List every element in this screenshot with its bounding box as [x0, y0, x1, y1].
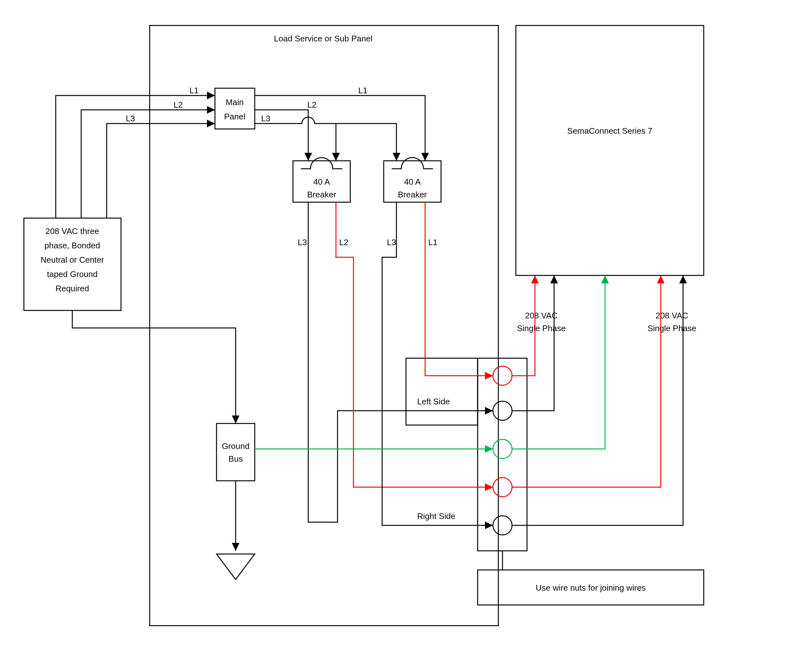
- source-line4: taped Ground: [47, 269, 97, 279]
- arrow-L1-out: [421, 153, 429, 161]
- label-brkB-L1: L1: [428, 237, 438, 247]
- label-L3-out: L3: [261, 114, 271, 123]
- phase-a-l1: 208 VAC: [525, 311, 558, 320]
- breaker-b-fuse: [392, 158, 433, 169]
- device-label: SemaConnect Series 7: [567, 126, 652, 135]
- wire-nuts-label: Use wire nuts for joining wires: [536, 583, 645, 593]
- source-line1: 208 VAC three: [45, 226, 99, 236]
- nut-5-black: [493, 516, 512, 535]
- source-line3: Neutral or Center: [40, 255, 104, 265]
- source-line5: Required: [55, 284, 89, 293]
- wire-L2-in: [81, 110, 215, 218]
- breaker-b-l2: Breaker: [398, 190, 427, 199]
- wire-brkA-L2: [336, 202, 493, 487]
- arrow-L2-out: [304, 153, 312, 161]
- arrow-L3-brkB: [393, 153, 400, 161]
- nut-1-red: [493, 366, 512, 385]
- wiring-diagram: Load Service or Sub Panel 208 VAC three …: [0, 0, 812, 668]
- label-brkA-L2: L2: [339, 237, 348, 247]
- source-line2: phase, Bonded: [45, 241, 100, 250]
- arrow-nut2-device: [550, 276, 558, 283]
- arrow-nut1-device: [531, 276, 539, 283]
- label-brkA-L3: L3: [298, 237, 307, 247]
- arrow-L3-in: [207, 120, 215, 127]
- wire-brkB-L3: [382, 202, 493, 525]
- wire-nut2-device: [512, 276, 554, 411]
- arrow-L1-in: [207, 92, 215, 99]
- phase-b-l2: Single Phase: [647, 324, 696, 333]
- arrow-source-ground: [232, 416, 239, 424]
- ground-symbol: [217, 554, 255, 579]
- wire-L1-in: [56, 95, 215, 218]
- arrow-brkB-L1: [485, 372, 493, 379]
- arrow-ground-device: [601, 276, 609, 283]
- left-side-box: [406, 358, 478, 425]
- device-box: [516, 25, 704, 276]
- main-panel-box: [215, 88, 255, 129]
- nut-3-green: [493, 439, 512, 459]
- breaker-a-l1: 40 A: [313, 177, 330, 187]
- wire-L1-out: [255, 95, 425, 161]
- label-brkB-L3: L3: [387, 237, 396, 247]
- breaker-b-l1: 40 A: [404, 177, 421, 187]
- label-L1-in: L1: [189, 86, 199, 95]
- arrow-ground-down: [232, 543, 239, 551]
- wire-L3-in: [107, 124, 215, 218]
- ground-bus-box: [217, 424, 255, 481]
- arrow-ground-in: [485, 445, 493, 453]
- wire-brkB-L1: [425, 202, 493, 376]
- breaker-a-l2: Breaker: [307, 190, 336, 199]
- wire-L3-brkB: [255, 117, 396, 161]
- arrow-nut4-device: [657, 276, 665, 283]
- main-panel-l2: Panel: [224, 112, 246, 121]
- panel-box: [150, 25, 498, 626]
- arrow-L3-brkA: [332, 153, 340, 161]
- ground-bus-l2: Bus: [229, 454, 243, 464]
- right-side-label: Right Side: [417, 511, 455, 521]
- label-L2-in: L2: [174, 100, 183, 110]
- arrow-brkA-L3: [485, 407, 493, 414]
- arrow-brkB-L3: [485, 521, 493, 529]
- main-panel-l1: Main: [226, 97, 244, 107]
- wire-nut4-device: [512, 276, 661, 487]
- ground-bus-l1: Ground: [222, 441, 250, 451]
- panel-title: Load Service or Sub Panel: [274, 34, 372, 43]
- phase-a-l2: Single Phase: [517, 324, 566, 333]
- arrow-brkA-L2: [485, 483, 493, 491]
- wire-source-ground: [72, 311, 236, 424]
- label-L3-in: L3: [126, 114, 135, 123]
- label-L1-out: L1: [358, 86, 368, 95]
- nut-4-red: [493, 478, 512, 497]
- nut-2-black: [493, 401, 512, 420]
- arrow-L2-in: [207, 106, 215, 114]
- wire-ground-to-device: [512, 276, 605, 449]
- left-side-label: Left Side: [417, 397, 450, 406]
- label-L2-out: L2: [307, 100, 316, 110]
- arrow-nut5-device: [679, 276, 687, 283]
